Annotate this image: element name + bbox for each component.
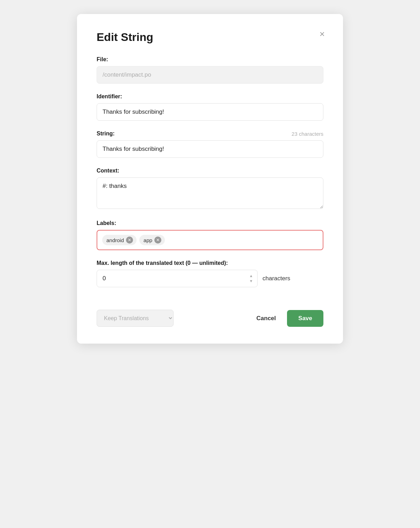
label-tag-text: app — [144, 237, 152, 243]
labels-container[interactable]: android ✕ app ✕ — [97, 230, 323, 250]
identifier-input[interactable] — [97, 103, 323, 121]
list-item: android ✕ — [102, 235, 136, 245]
keep-translations-select[interactable]: Keep Translations — [97, 310, 174, 327]
labels-group: Labels: android ✕ app ✕ — [97, 220, 323, 250]
file-input — [97, 66, 323, 84]
decrement-button[interactable]: ▼ — [248, 279, 254, 283]
context-textarea[interactable] — [97, 177, 323, 209]
string-input[interactable] — [97, 140, 323, 158]
max-length-label: Max. length of the translated text (0 — … — [97, 260, 323, 266]
footer-right: Cancel Save — [254, 310, 323, 327]
context-group: Context: — [97, 168, 323, 210]
modal-title: Edit String — [97, 31, 323, 44]
characters-suffix: characters — [262, 275, 290, 282]
file-group: File: — [97, 56, 323, 84]
file-label: File: — [97, 56, 323, 63]
save-button[interactable]: Save — [287, 310, 323, 327]
string-label: String: — [97, 131, 115, 137]
remove-android-label-button[interactable]: ✕ — [126, 237, 133, 244]
close-button[interactable]: × — [318, 28, 326, 40]
cancel-button[interactable]: Cancel — [254, 311, 279, 326]
list-item: app ✕ — [139, 235, 165, 245]
char-count: 23 characters — [292, 131, 323, 137]
identifier-label: Identifier: — [97, 93, 323, 100]
edit-string-modal: Edit String × File: Identifier: String: … — [77, 14, 343, 344]
increment-button[interactable]: ▲ — [248, 274, 254, 278]
number-spinners: ▲ ▼ — [248, 274, 254, 283]
max-length-row: ▲ ▼ characters — [97, 270, 323, 287]
labels-label: Labels: — [97, 220, 323, 226]
max-length-input[interactable] — [97, 270, 258, 287]
remove-app-label-button[interactable]: ✕ — [154, 237, 161, 244]
string-label-row: String: 23 characters — [97, 131, 323, 137]
identifier-group: Identifier: — [97, 93, 323, 121]
max-length-group: Max. length of the translated text (0 — … — [97, 260, 323, 287]
string-group: String: 23 characters — [97, 131, 323, 158]
number-input-wrapper: ▲ ▼ — [97, 270, 258, 287]
label-tag-text: android — [106, 237, 124, 243]
modal-footer: Keep Translations Cancel Save — [97, 303, 323, 327]
context-label: Context: — [97, 168, 323, 174]
